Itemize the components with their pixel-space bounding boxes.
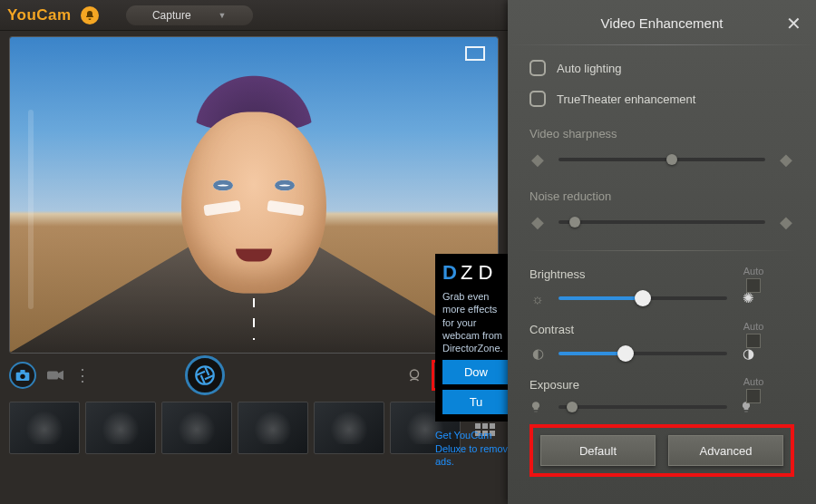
ad-text: Grab even more effects for your webcam f… xyxy=(442,290,510,354)
panel-header: Video Enhancement ✕ xyxy=(529,0,794,45)
app-title: YouCam xyxy=(7,6,72,24)
ad-tutorial-button[interactable]: Tu xyxy=(442,390,510,414)
auto-label: Auto xyxy=(743,321,764,332)
video-enhancement-panel: Video Enhancement ✕ Auto lighting TrueTh… xyxy=(508,0,816,504)
brightness-control: Brightness Auto ☼ ✺ xyxy=(529,267,794,306)
noise-high-icon: ◆ xyxy=(778,212,794,232)
contrast-auto-checkbox[interactable] xyxy=(746,334,761,348)
exposure-control: Exposure Auto xyxy=(529,378,794,413)
advanced-button[interactable]: Advanced xyxy=(668,435,783,466)
exposure-low-icon xyxy=(529,401,546,413)
svg-rect-3 xyxy=(47,372,58,380)
mode-label: Capture xyxy=(152,9,191,22)
sharpness-high-icon: ◆ xyxy=(778,150,794,170)
thumbnail[interactable] xyxy=(238,402,308,454)
checkbox-icon xyxy=(529,60,546,76)
thumbnail-strip xyxy=(9,399,499,457)
fullscreen-icon[interactable] xyxy=(465,46,485,61)
svg-point-2 xyxy=(20,374,24,379)
app-header: YouCam Capture ▼ xyxy=(0,0,508,31)
more-options-icon[interactable]: ⋮ xyxy=(74,365,92,385)
auto-label: Auto xyxy=(743,376,764,387)
mode-dropdown[interactable]: Capture ▼ xyxy=(126,5,253,25)
panel-buttons-highlight: Default Advanced xyxy=(529,424,794,477)
remove-ads-link[interactable]: Get YouCam Deluxe to remove ads. xyxy=(435,429,517,468)
ad-sidebar: DZ D Grab even more effects for your web… xyxy=(435,254,517,489)
thumbnail[interactable] xyxy=(314,402,384,454)
truetheater-checkbox[interactable]: TrueTheater enhancement xyxy=(529,91,794,107)
shutter-button[interactable] xyxy=(185,355,225,395)
contrast-low-icon: ◐ xyxy=(529,345,546,362)
face-beautify-icon[interactable] xyxy=(401,363,428,387)
auto-lighting-label: Auto lighting xyxy=(557,62,622,75)
notifications-icon[interactable] xyxy=(81,6,99,24)
capture-toolbar: ⋮ xyxy=(9,357,499,393)
brightness-low-icon: ☼ xyxy=(529,291,546,306)
noise-label: Noise reduction xyxy=(529,189,794,203)
close-icon[interactable]: ✕ xyxy=(786,13,801,34)
noise-slider[interactable]: ◆ ◆ xyxy=(529,212,794,232)
ad-download-button[interactable]: Dow xyxy=(442,360,510,384)
default-button[interactable]: Default xyxy=(540,435,656,466)
truetheater-label: TrueTheater enhancement xyxy=(557,92,695,106)
thumbnail[interactable] xyxy=(9,402,80,454)
thumbnail[interactable] xyxy=(161,402,232,454)
sharpness-low-icon: ◆ xyxy=(529,150,546,170)
camera-preview xyxy=(9,36,499,354)
checkbox-icon xyxy=(529,91,546,107)
sharpness-label: Video sharpness xyxy=(529,127,794,141)
svg-point-5 xyxy=(411,370,419,378)
brightness-auto-checkbox[interactable] xyxy=(746,278,761,293)
exposure-label: Exposure xyxy=(529,378,579,392)
photo-mode-icon[interactable] xyxy=(9,362,36,389)
sharpness-slider[interactable]: ◆ ◆ xyxy=(529,150,794,170)
panel-title: Video Enhancement xyxy=(601,15,724,31)
contrast-control: Contrast Auto ◐ ◑ xyxy=(529,323,794,362)
zoom-slider[interactable] xyxy=(28,110,34,309)
auto-label: Auto xyxy=(743,266,764,276)
contrast-label: Contrast xyxy=(529,323,574,336)
ad-brand: DZ D xyxy=(442,261,510,285)
avatar-overlay xyxy=(159,67,349,321)
auto-lighting-checkbox[interactable]: Auto lighting xyxy=(529,60,794,76)
main-app: YouCam Capture ▼ xyxy=(0,0,508,504)
brightness-label: Brightness xyxy=(529,267,585,281)
thumbnail[interactable] xyxy=(85,402,156,454)
svg-rect-1 xyxy=(20,370,24,373)
exposure-auto-checkbox[interactable] xyxy=(746,389,761,403)
svg-point-4 xyxy=(196,366,214,384)
noise-low-icon: ◆ xyxy=(529,212,546,232)
chevron-down-icon: ▼ xyxy=(219,11,227,20)
video-mode-icon[interactable] xyxy=(42,363,69,387)
